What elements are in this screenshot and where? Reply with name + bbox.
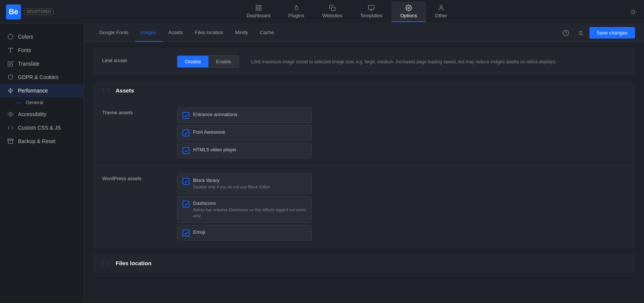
svg-point-7 xyxy=(440,5,442,7)
limit-srcset-description: Limit maximum image srcset to selected i… xyxy=(251,55,626,65)
theme-assets-row: Theme assets Entrance animations xyxy=(93,100,635,166)
archive-icon xyxy=(7,138,13,144)
settings-icon xyxy=(405,4,412,11)
shield-icon xyxy=(7,74,13,80)
save-changes-button[interactable]: Save changes xyxy=(589,27,635,39)
tab-assets[interactable]: Assets xyxy=(162,24,189,42)
checkbox-html5-video[interactable]: HTML5 video player xyxy=(177,143,312,158)
help-icon-button[interactable] xyxy=(561,28,571,38)
help-icon xyxy=(562,30,569,36)
files-location-header: ⋮⋮ Files location xyxy=(93,254,635,273)
checkbox-box-entrance xyxy=(183,112,189,119)
theme-assets-controls: Entrance animations Font Awesome xyxy=(177,107,626,158)
svg-rect-22 xyxy=(8,139,13,140)
drag-handle[interactable]: ⋮⋮ xyxy=(101,88,111,94)
svg-rect-3 xyxy=(259,9,261,10)
nav-item-templates[interactable]: Templates xyxy=(351,1,391,22)
sidebar-label-performance: Performance xyxy=(18,88,48,94)
sidebar: Colors Fonts Translate GDPR & Cookies Pe… xyxy=(0,24,84,303)
sidebar-item-performance[interactable]: Performance xyxy=(0,84,84,97)
sun-icon xyxy=(630,9,637,15)
nav-item-options[interactable]: Options xyxy=(391,1,426,22)
tab-images[interactable]: Images xyxy=(134,24,162,42)
svg-line-11 xyxy=(631,10,631,10)
svg-line-16 xyxy=(635,10,635,10)
nav-item-dashboard[interactable]: Dashboard xyxy=(238,1,280,22)
copy-icon xyxy=(329,4,336,11)
monitor-icon xyxy=(368,4,375,11)
nav-label-templates: Templates xyxy=(360,13,382,18)
checkbox-box-block-library xyxy=(183,178,189,185)
svg-line-15 xyxy=(631,13,631,14)
sidebar-item-colors[interactable]: Colors xyxy=(0,30,84,43)
nav-items: Dashboard Plugins Websites Templates Opt… xyxy=(65,1,628,22)
wordpress-assets-controls: Block library Disable only if you do not… xyxy=(177,173,626,240)
assets-section-header: ⋮⋮ Assets xyxy=(93,81,635,100)
checkbox-font-awesome[interactable]: Font Awesome xyxy=(177,125,312,140)
enable-button[interactable]: Enable xyxy=(208,56,238,67)
sidebar-item-translate[interactable]: Translate xyxy=(0,57,84,70)
svg-marker-20 xyxy=(8,88,13,93)
nav-label-options: Options xyxy=(400,13,417,18)
svg-rect-5 xyxy=(369,5,374,9)
sidebar-item-backup[interactable]: Backup & Reset xyxy=(0,134,84,148)
theme-assets-checkboxes: Entrance animations Font Awesome xyxy=(177,107,312,158)
svg-point-17 xyxy=(8,34,13,39)
nav-item-plugins[interactable]: Plugins xyxy=(280,1,314,22)
plug-icon xyxy=(293,4,300,11)
nav-item-other[interactable]: Other xyxy=(426,1,457,22)
checkbox-block-library[interactable]: Block library Disable only if you do not… xyxy=(177,173,312,194)
checkbox-entrance-animations[interactable]: Entrance animations xyxy=(177,107,312,123)
tab-files-location[interactable]: Files location xyxy=(189,24,229,42)
wordpress-assets-checkboxes: Block library Disable only if you do not… xyxy=(177,173,312,240)
tab-google-fonts[interactable]: Google Fonts xyxy=(93,24,134,42)
list-icon xyxy=(577,30,583,36)
sidebar-sub-general[interactable]: — General xyxy=(0,97,84,107)
sidebar-label-colors: Colors xyxy=(18,34,33,40)
nav-item-websites[interactable]: Websites xyxy=(313,1,351,22)
checkmark-icon-5 xyxy=(184,202,188,206)
svg-rect-1 xyxy=(259,5,261,7)
sidebar-item-custom-css-js[interactable]: Custom CSS & JS xyxy=(0,121,84,134)
main-layout: Colors Fonts Translate GDPR & Cookies Pe… xyxy=(0,24,644,303)
sidebar-label-gdpr: GDPR & Cookies xyxy=(18,74,58,80)
tab-minify[interactable]: Minify xyxy=(229,24,254,42)
svg-point-6 xyxy=(408,7,410,9)
files-drag-handle[interactable]: ⋮⋮ xyxy=(101,260,111,266)
checkbox-box-html5-video xyxy=(183,147,189,154)
sidebar-label-backup: Backup & Reset xyxy=(18,138,55,144)
tab-cache[interactable]: Cache xyxy=(254,24,280,42)
checkmark-icon-2 xyxy=(184,131,188,135)
theme-assets-label: Theme assets xyxy=(102,107,177,115)
sidebar-label-custom-css-js: Custom CSS & JS xyxy=(18,125,61,131)
limit-srcset-toggle-group: Disable Enable xyxy=(177,55,239,68)
checkbox-label-emoji-wrapper: Emoji xyxy=(193,229,205,235)
circle-icon xyxy=(7,34,13,40)
files-location-title: Files location xyxy=(116,260,152,266)
nav-right-icons xyxy=(628,7,638,17)
disable-button[interactable]: Disable xyxy=(177,56,208,67)
checkmark-icon xyxy=(184,113,188,118)
eye-icon xyxy=(7,111,13,117)
checkbox-label-dashicons-wrapper: Dashicons Admin bar requires Dashicons s… xyxy=(193,200,306,219)
sub-dash: — xyxy=(16,100,21,105)
checkbox-dashicons[interactable]: Dashicons Admin bar requires Dashicons s… xyxy=(177,196,312,223)
svg-rect-4 xyxy=(332,7,335,11)
limit-srcset-label: Limit srcset xyxy=(102,55,177,63)
svg-point-21 xyxy=(10,113,11,115)
svg-point-8 xyxy=(632,10,635,13)
limit-srcset-section: Limit srcset Disable Enable Limit maximu… xyxy=(93,48,635,75)
list-icon-button[interactable] xyxy=(575,28,585,38)
sidebar-item-gdpr[interactable]: GDPR & Cookies xyxy=(0,70,84,84)
files-location-section: ⋮⋮ Files location xyxy=(93,254,635,273)
wordpress-assets-row: WordPress assets Block library Disable o… xyxy=(93,166,635,248)
sidebar-label-fonts: Fonts xyxy=(18,47,31,53)
checkbox-label-entrance: Entrance animations xyxy=(193,112,238,117)
sun-icon-button[interactable] xyxy=(628,7,638,17)
checkbox-emoji[interactable]: Emoji xyxy=(177,225,312,240)
sidebar-item-accessibility[interactable]: Accessibility xyxy=(0,107,84,121)
sidebar-item-fonts[interactable]: Fonts xyxy=(0,43,84,57)
nav-label-dashboard: Dashboard xyxy=(247,13,271,18)
content-area: Google Fonts Images Assets Files locatio… xyxy=(84,24,644,303)
svg-point-24 xyxy=(563,30,568,36)
